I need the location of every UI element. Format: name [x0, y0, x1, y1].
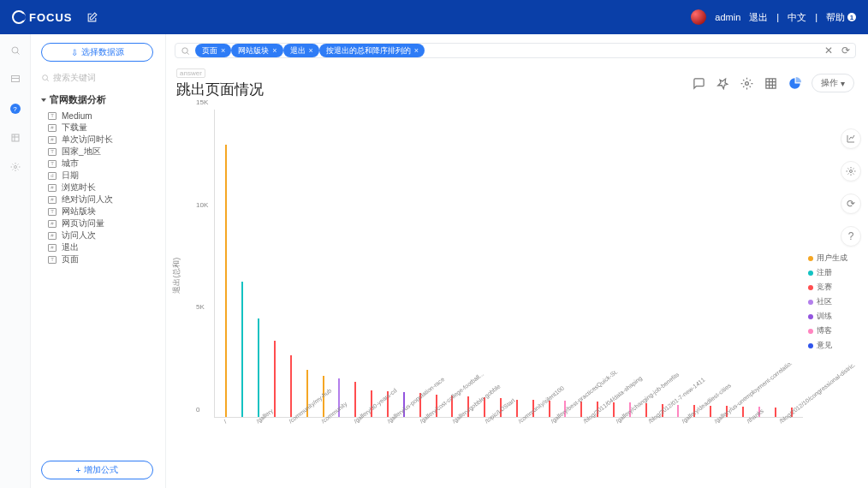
edit-icon[interactable] — [86, 12, 98, 23]
bar[interactable] — [412, 110, 428, 417]
field-item[interactable]: #网页访问量 — [48, 217, 158, 229]
legend-item[interactable]: 用户生成 — [808, 253, 856, 264]
rail-data-icon[interactable] — [9, 132, 21, 144]
bar[interactable] — [331, 110, 348, 417]
bar[interactable] — [428, 110, 444, 417]
axis-config-icon[interactable] — [841, 128, 861, 149]
bar[interactable] — [364, 110, 380, 417]
bar[interactable] — [315, 110, 331, 417]
bar[interactable] — [493, 110, 509, 417]
query-chip[interactable]: 按退出的总和降序排列的× — [319, 44, 425, 57]
bar[interactable] — [444, 110, 461, 417]
field-item[interactable]: T城市 — [48, 158, 158, 170]
bar[interactable] — [395, 110, 412, 417]
field-item[interactable]: T国家_地区 — [48, 146, 158, 158]
settings-icon[interactable] — [841, 161, 861, 182]
close-icon[interactable]: × — [414, 46, 419, 55]
avatar[interactable] — [691, 9, 706, 25]
svg-point-8 — [850, 170, 853, 173]
field-label: 访问人次 — [62, 229, 96, 241]
legend-swatch — [808, 300, 813, 305]
bar[interactable] — [461, 110, 477, 417]
help-icon[interactable]: ? — [841, 226, 861, 247]
legend-item[interactable]: 博客 — [808, 326, 856, 336]
field-item[interactable]: d日期 — [48, 170, 158, 182]
rail-question-icon[interactable]: ? — [9, 103, 21, 115]
help-link[interactable]: 帮助 1 — [826, 11, 856, 24]
clear-icon[interactable]: ✕ — [824, 45, 833, 57]
lang-link[interactable]: 中文 — [788, 11, 806, 24]
query-chip[interactable]: 页面× — [195, 44, 231, 57]
bar[interactable] — [687, 110, 703, 417]
legend-item[interactable]: 注册 — [808, 268, 856, 278]
field-item[interactable]: T网站版块 — [48, 205, 158, 217]
username[interactable]: admin — [715, 12, 740, 22]
bar[interactable] — [621, 110, 638, 417]
bar[interactable] — [638, 110, 654, 417]
help-label: 帮助 — [826, 11, 845, 24]
query-chip[interactable]: 退出× — [283, 44, 319, 57]
chart-icon[interactable] — [788, 76, 801, 90]
legend-item[interactable]: 竞赛 — [808, 283, 856, 293]
field-item[interactable]: #浏览时长 — [48, 182, 158, 193]
bar[interactable] — [525, 110, 541, 417]
rail-search-icon[interactable] — [9, 45, 21, 57]
type-icon: T — [48, 256, 56, 264]
bar[interactable] — [783, 110, 800, 417]
close-icon[interactable]: × — [272, 46, 276, 55]
bar[interactable] — [282, 110, 299, 417]
bar[interactable] — [380, 110, 396, 417]
x-tick: / — [223, 419, 228, 425]
bar[interactable] — [590, 110, 606, 417]
field-item[interactable]: #单次访问时长 — [48, 134, 158, 146]
bar[interactable] — [267, 110, 283, 417]
pin-icon[interactable] — [716, 76, 729, 90]
field-item[interactable]: #退出 — [48, 241, 158, 253]
help-count: 1 — [847, 13, 856, 21]
sidebar-group[interactable]: 官网数据分析 — [41, 94, 155, 106]
table-icon[interactable] — [764, 76, 777, 90]
bar[interactable] — [299, 110, 315, 417]
bar[interactable] — [541, 110, 557, 417]
bar[interactable] — [735, 110, 752, 417]
chip-label: 网站版块 — [238, 45, 269, 57]
field-item[interactable]: T页面 — [48, 253, 158, 265]
comment-icon[interactable] — [692, 76, 705, 90]
bar[interactable] — [670, 110, 687, 417]
topbar: FOCUS admin 退出 | 中文 | 帮助 1 — [0, 0, 868, 34]
reload-icon[interactable]: ⟳ — [841, 193, 861, 214]
field-item[interactable]: #访问人次 — [48, 229, 158, 241]
select-source-button[interactable]: ⇩ 选择数据源 — [41, 43, 153, 62]
add-formula-button[interactable]: + 增加公式 — [41, 461, 153, 479]
rail-settings-icon[interactable] — [9, 161, 21, 173]
gear-icon[interactable] — [740, 76, 753, 90]
legend-item[interactable]: 训练 — [808, 312, 856, 322]
refresh-icon[interactable]: ⟳ — [841, 45, 850, 57]
rail-dashboard-icon[interactable] — [9, 74, 21, 86]
sidebar-search[interactable]: 搜索关键词 — [41, 72, 153, 84]
bar[interactable] — [557, 110, 574, 417]
bar[interactable] — [719, 110, 735, 417]
close-icon[interactable]: × — [309, 46, 313, 55]
bar[interactable] — [508, 110, 525, 417]
field-item[interactable]: TMedium — [48, 110, 158, 122]
field-item[interactable]: #绝对访问人次 — [48, 193, 158, 205]
legend-item[interactable]: 意见 — [808, 341, 856, 351]
bar[interactable] — [348, 110, 364, 417]
axes: 05K10K15K — [214, 110, 803, 418]
bar[interactable] — [654, 110, 670, 417]
field-item[interactable]: #下载量 — [48, 122, 158, 134]
legend-item[interactable]: 社区 — [808, 297, 856, 307]
close-icon[interactable]: × — [221, 46, 225, 55]
bar[interactable] — [235, 110, 251, 417]
bar[interactable] — [251, 110, 267, 417]
bar[interactable] — [751, 110, 767, 417]
query-chip[interactable]: 网站版块× — [231, 44, 282, 57]
ops-button[interactable]: 操作 ▾ — [812, 74, 854, 92]
y-axis-label: 退出(总和) — [171, 257, 182, 293]
query-bar[interactable]: 页面×网站版块×退出×按退出的总和降序排列的× ✕ ⟳ — [175, 43, 856, 58]
logout-link[interactable]: 退出 — [749, 11, 768, 24]
bar[interactable] — [218, 110, 235, 417]
bar[interactable] — [574, 110, 590, 417]
bar[interactable] — [703, 110, 719, 417]
